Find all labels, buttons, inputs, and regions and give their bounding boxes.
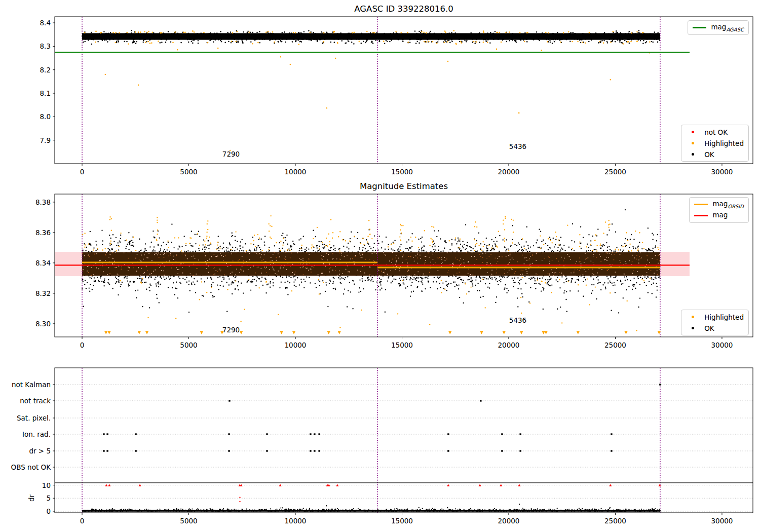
plot-canvas [0, 0, 760, 532]
flag-category-label: OBS not OK [11, 463, 51, 471]
dot-marker-icon [686, 316, 700, 318]
legend-label: magOBSID [712, 200, 744, 209]
flag-category-label: dr > 5 [29, 447, 51, 455]
legend-mag-agasc: magAGASC [688, 20, 749, 35]
legend-item: Highlighted [686, 313, 744, 321]
flag-category-label: Ion. rad. [22, 430, 51, 438]
y-tick-label: 7.9 [40, 136, 51, 144]
legend-label: not OK [704, 128, 728, 136]
x-tick-label: 15000 [391, 517, 413, 525]
x-tick-label: 10000 [285, 168, 307, 176]
y-tick-label: 8.3 [40, 42, 51, 50]
x-tick-label: 25000 [604, 168, 626, 176]
legend-plot2-markers: Highlighted OK [681, 310, 749, 335]
y-tick-label: 8.38 [35, 198, 51, 206]
legend-label: mag [712, 211, 728, 220]
x-tick-label: 30000 [711, 517, 733, 525]
legend-label: magAGASC [711, 23, 744, 32]
dot-marker-icon [686, 131, 700, 133]
legend-item: mag [694, 211, 744, 220]
x-tick-label: 0 [80, 168, 85, 176]
line-swatch-icon [693, 27, 706, 28]
legend-item: OK [686, 324, 744, 332]
x-tick-label: 15000 [391, 341, 413, 349]
y-tick-label: 8.36 [35, 229, 51, 237]
legend-label: OK [704, 150, 714, 159]
x-tick-label: 10000 [285, 517, 307, 525]
flag-category-label: not track [20, 397, 51, 405]
legend-label: Highlighted [704, 313, 744, 321]
x-tick-label: 5000 [180, 517, 197, 525]
dr-tick-label: 5 [46, 494, 51, 502]
x-tick-label: 20000 [498, 341, 519, 349]
line-swatch-icon [694, 204, 708, 206]
legend-item: OK [686, 150, 744, 159]
plot1-title: AGASC ID 339228016.0 [354, 4, 453, 14]
obsid-annotation: 7290 [222, 150, 240, 158]
x-tick-label: 20000 [498, 168, 519, 176]
x-tick-label: 5000 [180, 341, 197, 349]
legend-item: Highlighted [686, 139, 744, 147]
x-tick-label: 30000 [711, 341, 733, 349]
dot-marker-icon [686, 142, 700, 144]
flag-category-label: Sat. pixel. [17, 414, 51, 422]
plot2-title: Magnitude Estimates [360, 181, 448, 191]
legend-item: magOBSID [694, 200, 744, 209]
legend-item: not OK [686, 128, 744, 136]
legend-plot1-markers: not OK Highlighted OK [681, 125, 749, 162]
x-tick-label: 0 [80, 341, 85, 349]
line-swatch-icon [694, 215, 708, 216]
y-tick-label: 8.1 [40, 89, 51, 97]
y-tick-label: 8.30 [35, 320, 51, 328]
x-tick-label: 20000 [498, 517, 519, 525]
x-tick-label: 0 [80, 517, 85, 525]
x-tick-label: 10000 [285, 341, 307, 349]
y-tick-label: 8.2 [40, 66, 51, 74]
y-tick-label: 8.0 [40, 112, 51, 121]
legend-item: magAGASC [693, 23, 744, 32]
obsid-annotation: 7290 [222, 326, 240, 334]
y-tick-label: 8.4 [40, 19, 51, 27]
obsid-annotation: 5436 [509, 316, 526, 324]
x-tick-label: 15000 [391, 168, 413, 176]
legend-label: OK [704, 324, 714, 332]
dr-axis-label: dr [27, 495, 35, 502]
dot-marker-icon [686, 327, 700, 329]
flag-category-label: not Kalman [12, 381, 51, 389]
dot-marker-icon [686, 153, 700, 156]
y-tick-label: 8.34 [35, 259, 51, 267]
x-tick-label: 25000 [604, 341, 626, 349]
legend-plot2-lines: magOBSID mag [689, 197, 749, 223]
figure: AGASC ID 339228016.0 Magnitude Estimates… [0, 0, 760, 532]
x-tick-label: 5000 [180, 168, 197, 176]
y-tick-label: 8.32 [35, 289, 51, 297]
obsid-annotation: 5436 [509, 142, 526, 150]
x-tick-label: 25000 [604, 517, 626, 525]
dr-tick-label: 10 [42, 481, 51, 489]
x-tick-label: 30000 [711, 168, 733, 176]
dr-tick-label: 0 [46, 507, 51, 515]
legend-label: Highlighted [704, 139, 744, 147]
